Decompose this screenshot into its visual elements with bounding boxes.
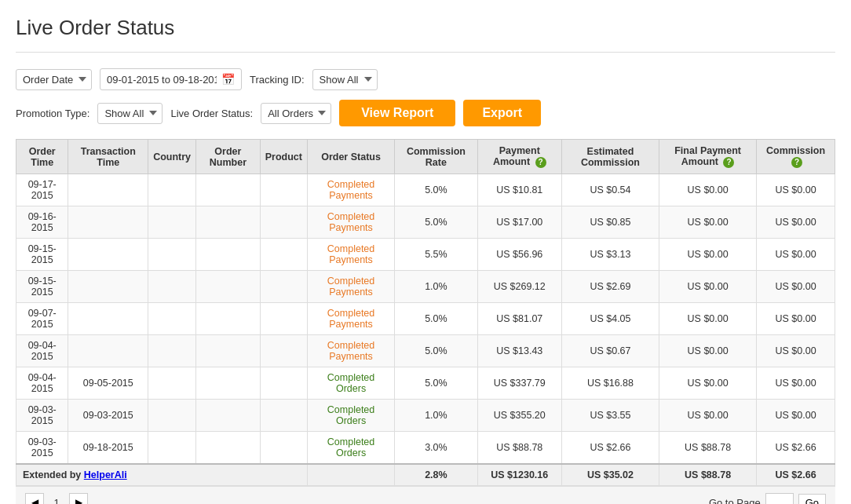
cell-product <box>260 303 307 335</box>
commission-help-icon[interactable]: ? <box>791 157 802 168</box>
cell-order-status: Completed Orders <box>307 367 394 400</box>
cell-final-payment: US $88.78 <box>659 432 757 465</box>
pagination-bar: ◀ 1 ▶ Go to Page Go <box>16 486 835 504</box>
cell-country <box>148 303 196 335</box>
goto-page-input[interactable] <box>765 493 794 504</box>
cell-commission: US $0.00 <box>757 174 835 206</box>
table-footer-row: Extended by HelperAli 2.8% US $1230.16 U… <box>16 464 835 486</box>
footer-extended: Extended by HelperAli <box>16 464 308 486</box>
payment-amount-help-icon[interactable]: ? <box>535 157 546 168</box>
cell-order-status: Completed Payments <box>307 174 394 206</box>
cell-commission-rate: 5.0% <box>395 206 477 239</box>
table-row: 09-03-201509-03-2015Completed Orders1.0%… <box>16 400 835 432</box>
cell-order-time: 09-04-2015 <box>16 335 68 367</box>
cell-order-time: 09-17-2015 <box>16 174 68 206</box>
cell-est-commission: US $2.66 <box>561 432 659 465</box>
cell-commission: US $2.66 <box>757 432 835 465</box>
cell-product <box>260 367 307 400</box>
cell-commission-rate: 1.0% <box>395 400 477 432</box>
pagination-left: ◀ 1 ▶ <box>25 493 88 504</box>
cell-order-number <box>196 367 261 400</box>
cell-commission: US $0.00 <box>757 239 835 271</box>
cell-commission: US $0.00 <box>757 271 835 303</box>
cell-order-time: 09-07-2015 <box>16 303 68 335</box>
pagination-right: Go to Page Go <box>709 493 826 504</box>
cell-payment-amount: US $10.81 <box>477 174 561 206</box>
table-row: 09-07-2015Completed Payments5.0%US $81.0… <box>16 303 835 335</box>
cell-product <box>260 239 307 271</box>
col-commission: Commission ? <box>757 140 835 174</box>
next-page-button[interactable]: ▶ <box>69 493 88 504</box>
cell-order-number <box>196 174 261 206</box>
cell-order-time: 09-04-2015 <box>16 367 68 400</box>
cell-product <box>260 271 307 303</box>
col-order-time: Order Time <box>16 140 68 174</box>
cell-country <box>148 432 196 465</box>
cell-order-status: Completed Payments <box>307 271 394 303</box>
prev-page-button[interactable]: ◀ <box>25 493 44 504</box>
cell-transaction-time <box>68 206 148 239</box>
cell-payment-amount: US $355.20 <box>477 400 561 432</box>
cell-est-commission: US $2.69 <box>561 271 659 303</box>
promotion-select[interactable]: Show All <box>97 103 163 124</box>
col-final-payment: Final Payment Amount ? <box>659 140 757 174</box>
col-order-number: Order Number <box>196 140 261 174</box>
col-transaction-time: Transaction Time <box>68 140 148 174</box>
cell-product <box>260 335 307 367</box>
date-range-input[interactable]: 📅 <box>100 68 242 90</box>
cell-final-payment: US $0.00 <box>659 206 757 239</box>
view-report-button[interactable]: View Report <box>339 100 455 126</box>
order-date-select[interactable]: Order Date <box>16 69 92 90</box>
export-button[interactable]: Export <box>463 100 541 126</box>
cell-product <box>260 206 307 239</box>
cell-est-commission: US $3.55 <box>561 400 659 432</box>
cell-transaction-time: 09-05-2015 <box>68 367 148 400</box>
cell-product <box>260 400 307 432</box>
cell-order-time: 09-16-2015 <box>16 206 68 239</box>
cell-transaction-time <box>68 271 148 303</box>
cell-country <box>148 174 196 206</box>
cell-est-commission: US $16.88 <box>561 367 659 400</box>
helperali-link[interactable]: HelperAli <box>84 469 127 480</box>
cell-payment-amount: US $17.00 <box>477 206 561 239</box>
cell-product <box>260 174 307 206</box>
cell-country <box>148 271 196 303</box>
col-est-commission: Estimated Commission <box>561 140 659 174</box>
table-row: 09-17-2015Completed Payments5.0%US $10.8… <box>16 174 835 206</box>
cell-order-time: 09-15-2015 <box>16 271 68 303</box>
footer-commission: US $2.66 <box>757 464 835 486</box>
final-payment-help-icon[interactable]: ? <box>723 157 734 168</box>
date-range-field[interactable] <box>107 74 217 86</box>
table-row: 09-04-201509-05-2015Completed Orders5.0%… <box>16 367 835 400</box>
cell-est-commission: US $3.13 <box>561 239 659 271</box>
tracking-select[interactable]: Show All <box>312 69 378 90</box>
live-order-select[interactable]: All Orders <box>261 103 331 124</box>
orders-table: Order Time Transaction Time Country Orde… <box>16 139 835 486</box>
promotion-label: Promotion Type: <box>16 108 89 119</box>
cell-country <box>148 335 196 367</box>
col-commission-rate: Commission Rate <box>395 140 477 174</box>
cell-transaction-time <box>68 239 148 271</box>
cell-payment-amount: US $13.43 <box>477 335 561 367</box>
cell-final-payment: US $0.00 <box>659 303 757 335</box>
cell-commission: US $0.00 <box>757 367 835 400</box>
table-row: 09-16-2015Completed Payments5.0%US $17.0… <box>16 206 835 239</box>
table-row: 09-03-201509-18-2015Completed Orders3.0%… <box>16 432 835 465</box>
calendar-icon[interactable]: 📅 <box>221 73 235 86</box>
cell-final-payment: US $0.00 <box>659 239 757 271</box>
col-payment-amount: Payment Amount ? <box>477 140 561 174</box>
current-page: 1 <box>47 493 66 504</box>
cell-transaction-time: 09-03-2015 <box>68 400 148 432</box>
page-title: Live Order Status <box>16 16 835 53</box>
cell-country <box>148 367 196 400</box>
cell-order-time: 09-15-2015 <box>16 239 68 271</box>
cell-commission-rate: 1.0% <box>395 271 477 303</box>
table-row: 09-15-2015Completed Payments1.0%US $269.… <box>16 271 835 303</box>
table-header-row: Order Time Transaction Time Country Orde… <box>16 140 835 174</box>
cell-commission: US $0.00 <box>757 335 835 367</box>
cell-final-payment: US $0.00 <box>659 367 757 400</box>
cell-order-time: 09-03-2015 <box>16 432 68 465</box>
goto-go-button[interactable]: Go <box>798 494 826 505</box>
table-row: 09-15-2015Completed Payments5.5%US $56.9… <box>16 239 835 271</box>
cell-order-number <box>196 239 261 271</box>
